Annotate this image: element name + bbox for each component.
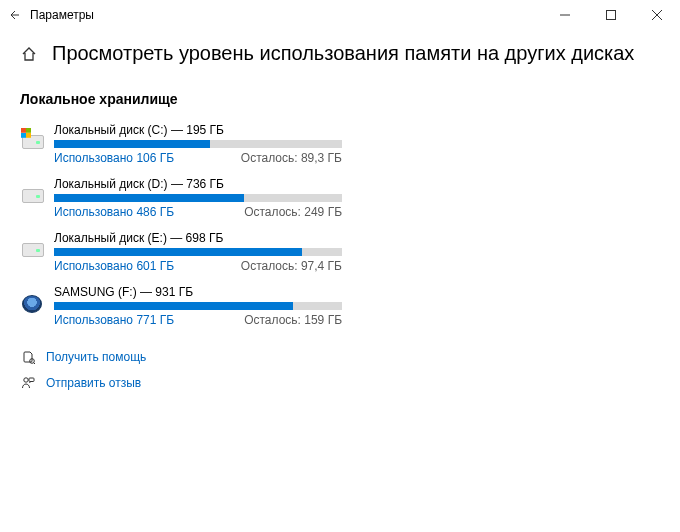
disk-item[interactable]: Локальный диск (C:) — 195 ГБИспользовано… [22, 123, 352, 165]
usage-bar [54, 302, 342, 310]
window-controls [542, 0, 680, 30]
page-title: Просмотреть уровень использования памяти… [52, 42, 634, 65]
help-icon [20, 349, 36, 365]
arrow-left-icon [8, 9, 20, 21]
drive-icon [22, 295, 44, 317]
disk-remaining: Осталось: 249 ГБ [244, 205, 342, 219]
svg-point-2 [24, 378, 28, 382]
home-button[interactable] [20, 45, 38, 63]
disk-used: Использовано 771 ГБ [54, 313, 174, 327]
send-feedback-label: Отправить отзыв [46, 376, 141, 390]
disk-title: Локальный диск (C:) — 195 ГБ [54, 123, 352, 137]
minimize-button[interactable] [542, 0, 588, 30]
usage-bar [54, 140, 342, 148]
close-button[interactable] [634, 0, 680, 30]
disk-remaining: Осталось: 97,4 ГБ [241, 259, 342, 273]
titlebar: Параметры [0, 0, 680, 30]
usage-bar [54, 248, 342, 256]
svg-rect-0 [607, 11, 616, 20]
disk-remaining: Осталось: 159 ГБ [244, 313, 342, 327]
disk-item[interactable]: Локальный диск (E:) — 698 ГБИспользовано… [22, 231, 352, 273]
disk-list: Локальный диск (C:) — 195 ГБИспользовано… [22, 123, 660, 327]
storage-section: Локальное хранилище Локальный диск (C:) … [0, 71, 680, 327]
disk-used: Использовано 486 ГБ [54, 205, 174, 219]
usage-bar [54, 194, 342, 202]
svg-rect-3 [29, 378, 34, 382]
feedback-icon [20, 375, 36, 391]
drive-icon [22, 187, 44, 209]
disk-used: Использовано 106 ГБ [54, 151, 174, 165]
drive-icon [22, 241, 44, 263]
back-button[interactable] [8, 9, 20, 21]
disk-title: SAMSUNG (F:) — 931 ГБ [54, 285, 352, 299]
send-feedback-link[interactable]: Отправить отзыв [20, 375, 660, 391]
help-links: Получить помощь Отправить отзыв [0, 327, 680, 413]
disk-item[interactable]: SAMSUNG (F:) — 931 ГБИспользовано 771 ГБ… [22, 285, 352, 327]
maximize-icon [606, 10, 616, 20]
minimize-icon [560, 10, 570, 20]
section-title: Локальное хранилище [20, 91, 660, 107]
disk-title: Локальный диск (D:) — 736 ГБ [54, 177, 352, 191]
get-help-label: Получить помощь [46, 350, 146, 364]
disk-title: Локальный диск (E:) — 698 ГБ [54, 231, 352, 245]
disk-item[interactable]: Локальный диск (D:) — 736 ГБИспользовано… [22, 177, 352, 219]
maximize-button[interactable] [588, 0, 634, 30]
close-icon [652, 10, 662, 20]
get-help-link[interactable]: Получить помощь [20, 349, 660, 365]
drive-icon [22, 133, 44, 155]
window-title: Параметры [30, 8, 94, 22]
disk-used: Использовано 601 ГБ [54, 259, 174, 273]
disk-remaining: Осталось: 89,3 ГБ [241, 151, 342, 165]
page-header: Просмотреть уровень использования памяти… [0, 30, 680, 71]
home-icon [20, 45, 38, 63]
